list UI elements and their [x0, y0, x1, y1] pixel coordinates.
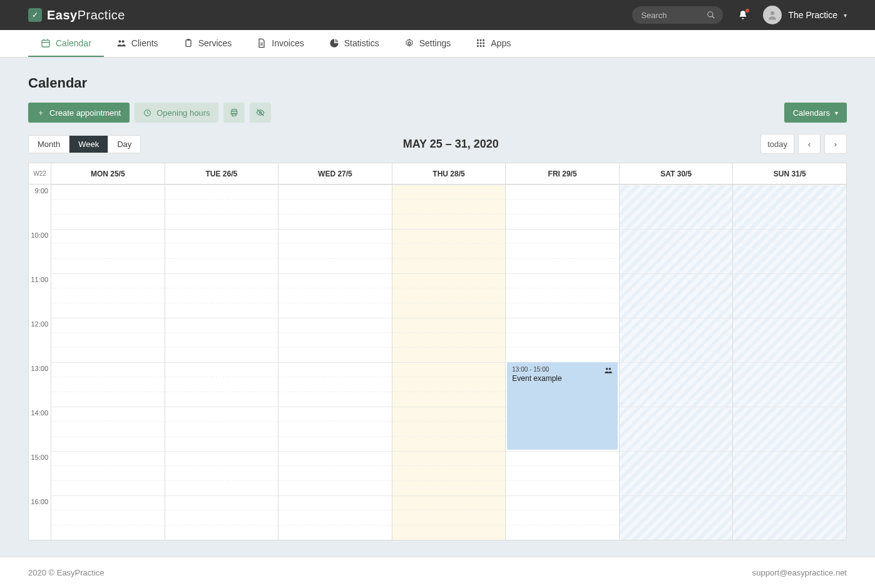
calendar-header-row: W22 MON 25/5TUE 26/5WED 27/5THU 28/5FRI …	[29, 163, 846, 185]
svg-rect-21	[480, 45, 482, 47]
nav-item-label: Apps	[491, 38, 511, 48]
chevron-down-icon: ▾	[835, 109, 838, 116]
time-label: 11:00	[31, 276, 48, 283]
chevron-right-icon: ›	[834, 139, 837, 149]
svg-point-29	[606, 368, 608, 370]
people-icon	[116, 38, 126, 48]
footer: 2020 © EasyPractice support@easypractice…	[0, 557, 875, 588]
calendar-body: 9:0010:0011:0012:0013:0014:0015:0016:001…	[29, 185, 846, 540]
notifications-button[interactable]	[738, 10, 748, 20]
nav-item-label: Statistics	[344, 38, 379, 48]
view-switch: Month Week Day	[28, 135, 141, 153]
view-day-button[interactable]: Day	[108, 136, 140, 153]
toolbar: ＋ Create appointment Opening hours Calen…	[28, 103, 847, 123]
nav-item-calendar[interactable]: Calendar	[28, 30, 104, 57]
calendars-label: Calendars	[793, 108, 830, 118]
date-range-title: MAY 25 – 31, 2020	[141, 138, 760, 151]
nav-item-label: Calendar	[56, 38, 91, 48]
nav-item-settings[interactable]: Settings	[392, 30, 464, 57]
profile-menu[interactable]: The Practice ▾	[763, 6, 847, 24]
time-label: 15:00	[31, 454, 48, 461]
event-time: 13:00 - 15:00	[512, 366, 613, 373]
svg-rect-3	[42, 40, 49, 47]
svg-rect-20	[477, 45, 479, 47]
view-week-button[interactable]: Week	[69, 136, 108, 153]
notification-dot-icon	[745, 9, 749, 13]
support-email[interactable]: support@easypractice.net	[752, 568, 847, 577]
view-row: Month Week Day MAY 25 – 31, 2020 today ‹…	[28, 134, 847, 154]
svg-point-13	[408, 42, 411, 44]
calendar-event[interactable]: 13:00 - 15:00Event example	[507, 362, 618, 450]
prev-week-button[interactable]: ‹	[798, 134, 821, 154]
gear-icon	[404, 38, 414, 48]
svg-point-0	[708, 12, 713, 17]
svg-rect-15	[480, 39, 482, 41]
print-button[interactable]	[223, 103, 245, 123]
nav-item-label: Services	[198, 38, 232, 48]
calendar-icon	[41, 38, 51, 48]
document-icon	[257, 38, 267, 48]
day-header: THU 28/5	[392, 163, 506, 184]
chevron-down-icon: ▾	[844, 12, 847, 19]
event-title: Event example	[512, 374, 613, 383]
today-button[interactable]: today	[760, 134, 794, 154]
clock-icon	[143, 109, 151, 117]
calendar-grid: W22 MON 25/5TUE 26/5WED 27/5THU 28/5FRI …	[28, 163, 847, 540]
day-header: TUE 26/5	[165, 163, 279, 184]
content: Calendar ＋ Create appointment Opening ho…	[0, 58, 875, 540]
date-nav: today ‹ ›	[760, 134, 847, 154]
svg-rect-14	[477, 39, 479, 41]
day-header: SUN 31/5	[733, 163, 846, 184]
day-column[interactable]	[165, 185, 279, 540]
time-label: 16:00	[31, 498, 48, 505]
week-number-cell: W22	[29, 163, 51, 184]
next-week-button[interactable]: ›	[824, 134, 847, 154]
nav-item-invoices[interactable]: Invoices	[244, 30, 316, 57]
day-column[interactable]	[620, 185, 734, 540]
day-header: SAT 30/5	[620, 163, 734, 184]
opening-hours-button[interactable]: Opening hours	[135, 103, 218, 123]
svg-rect-18	[480, 42, 482, 44]
main-nav: CalendarClientsServicesInvoicesStatistic…	[0, 30, 875, 58]
nav-item-label: Settings	[419, 38, 451, 48]
nav-item-clients[interactable]: Clients	[104, 30, 171, 57]
people-icon	[604, 366, 613, 375]
view-month-button[interactable]: Month	[29, 136, 69, 153]
day-column[interactable]	[733, 185, 846, 540]
profile-name: The Practice	[788, 10, 837, 20]
day-column[interactable]	[392, 185, 506, 540]
nav-item-services[interactable]: Services	[171, 30, 245, 57]
day-column[interactable]	[51, 185, 165, 540]
brand-light: Practice	[78, 8, 125, 23]
chart-icon	[329, 38, 339, 48]
eye-off-icon	[256, 108, 265, 117]
svg-point-2	[770, 11, 774, 15]
logo-mark-icon: ✓	[28, 8, 42, 22]
svg-rect-22	[483, 45, 485, 47]
logo[interactable]: ✓ EasyPractice	[28, 8, 125, 23]
day-header: FRI 29/5	[506, 163, 620, 184]
visibility-button[interactable]	[250, 103, 271, 123]
time-label: 9:00	[35, 187, 48, 195]
grid-icon	[476, 38, 486, 48]
day-column[interactable]: 13:00 - 15:00Event example	[506, 185, 620, 540]
svg-rect-16	[483, 39, 485, 41]
svg-rect-10	[187, 39, 190, 41]
svg-rect-9	[186, 39, 191, 46]
search-icon	[707, 11, 715, 19]
day-column[interactable]	[279, 185, 392, 540]
nav-item-apps[interactable]: Apps	[463, 30, 523, 57]
search-box[interactable]	[632, 6, 723, 24]
svg-line-1	[712, 16, 715, 19]
time-label: 14:00	[31, 409, 48, 417]
search-input[interactable]	[640, 10, 707, 21]
page-title: Calendar	[28, 75, 847, 91]
create-appointment-label: Create appointment	[49, 108, 121, 118]
svg-point-8	[121, 40, 124, 43]
nav-item-label: Clients	[131, 38, 158, 48]
create-appointment-button[interactable]: ＋ Create appointment	[28, 103, 130, 123]
nav-item-statistics[interactable]: Statistics	[317, 30, 392, 57]
calendars-dropdown[interactable]: Calendars ▾	[784, 103, 847, 123]
day-header: WED 27/5	[279, 163, 392, 184]
svg-rect-19	[483, 42, 485, 44]
